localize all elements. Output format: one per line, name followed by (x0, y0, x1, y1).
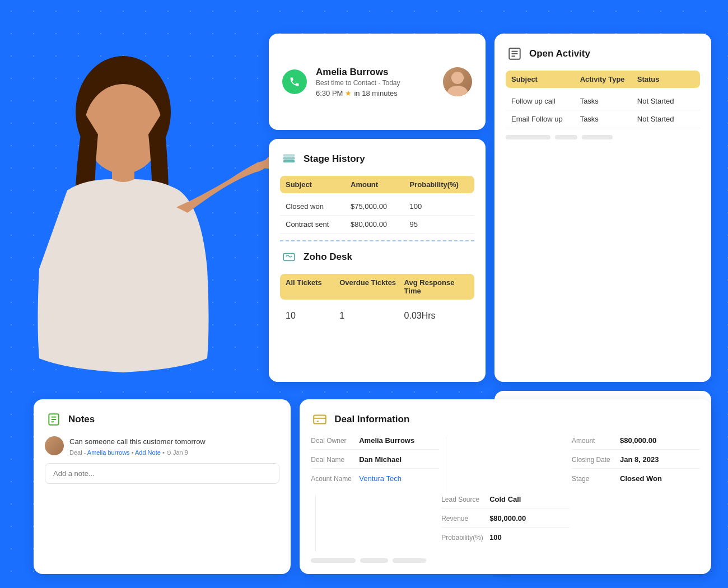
account-name-row: Acount Name Ventura Tech (311, 474, 439, 487)
contact-name: Amelia Burrows (316, 67, 434, 78)
stage-table-header: Subject Amount Probability(%) (280, 176, 474, 193)
stage-value: Closed Won (620, 474, 662, 483)
deal-col-1: Deal Owner Amelia Burrows Deal Name Dan … (311, 436, 439, 493)
contact-info: Amelia Burrows Best time to Contact - To… (316, 67, 434, 97)
account-name-label: Acount Name (311, 475, 356, 483)
comment-text: Can someone call this customer tomorrow (69, 436, 206, 447)
deal-info-title: Deal Information (334, 414, 409, 425)
contact-card: Amelia Burrows Best time to Contact - To… (269, 34, 486, 130)
lead-source-label: Lead Source (441, 496, 486, 503)
deal-divider-2 (315, 495, 316, 552)
amount-value: $80,000.00 (620, 436, 656, 445)
stage-row-2: Contract sent $80,000.00 95 (280, 216, 474, 234)
stage-label: Stage (572, 475, 617, 483)
zoho-desk-title: Zoho Desk (304, 251, 352, 263)
deal-owner-row: Deal Owner Amelia Burrows (311, 436, 439, 450)
svg-rect-9 (283, 157, 295, 160)
stage-row-deal: Stage Closed Won (572, 474, 700, 487)
comment-avatar (45, 436, 64, 455)
notes-header: Notes (45, 410, 279, 428)
deal-col-3: Lead Source Cold Call Revenue $80,000.00… (441, 495, 570, 552)
contact-phone-icon[interactable] (282, 69, 307, 94)
amount-label: Amount (572, 437, 617, 445)
probability-row: Probability(%) 100 (441, 533, 570, 546)
deal-name-value: Dan Michael (359, 455, 402, 464)
notes-title: Notes (68, 414, 95, 425)
deal-divider-1 (446, 436, 446, 493)
person-image-area (0, 45, 280, 437)
bottom-area: Notes Can someone call this customer tom… (34, 399, 711, 574)
deal-placeholder (311, 558, 700, 563)
comment-body: Can someone call this customer tomorrow … (69, 436, 206, 456)
stage-history-icon (280, 150, 298, 168)
svg-rect-10 (283, 154, 295, 156)
list-icon (506, 45, 524, 63)
deal-info-header: Deal Information (311, 410, 700, 428)
person-illustration (11, 45, 269, 437)
activity-row-1: Follow up call Tasks Not Started (506, 92, 700, 110)
comment-meta: Deal - Amelia burrows • Add Note • ⊙ Jan… (69, 449, 206, 456)
contact-subtitle: Best time to Contact - Today (316, 79, 434, 87)
zoho-desk-icon (280, 248, 298, 266)
activity-row-2: Email Follow up Tasks Not Started (506, 110, 700, 128)
contact-avatar (443, 67, 472, 96)
lead-source-row: Lead Source Cold Call (441, 495, 570, 508)
svg-rect-11 (283, 254, 295, 261)
activity-placeholder (506, 135, 700, 139)
closing-date-row: Closing Date Jan 8, 2023 (572, 455, 700, 469)
svg-rect-8 (283, 160, 295, 162)
zoho-desk-header: Zoho Desk (280, 248, 474, 266)
stage-row-1: Closed won $75,000.00 100 (280, 198, 474, 216)
stage-history-title: Stage History (304, 153, 365, 165)
deal-information-card: Deal Information Deal Owner Amelia Burro… (300, 399, 711, 574)
probability-label: Probability(%) (441, 534, 486, 542)
deal-name-row: Deal Name Dan Michael (311, 455, 439, 469)
closing-date-value: Jan 8, 2023 (620, 455, 659, 464)
tickets-data: 10 1 0.03Hrs (280, 304, 474, 325)
stage-history-card: Stage History Subject Amount Probability… (269, 139, 486, 382)
notes-card: Notes Can someone call this customer tom… (34, 399, 291, 574)
deal-info-grid: Deal Owner Amelia Burrows Deal Name Dan … (311, 436, 700, 552)
notes-icon (45, 410, 63, 428)
account-name-value[interactable]: Ventura Tech (359, 474, 402, 483)
activity-table-header: Subject Activity Type Status (506, 71, 700, 88)
contact-time: 6:30 PM ★ in 18 minutes (316, 89, 434, 97)
add-note-input[interactable] (45, 463, 279, 484)
revenue-label: Revenue (441, 515, 486, 522)
stage-history-header: Stage History (280, 150, 474, 168)
star-icon: ★ (345, 89, 352, 97)
deal-owner-value: Amelia Burrows (359, 436, 414, 445)
revenue-value: $80,000.00 (489, 514, 526, 522)
deal-owner-label: Deal Owner (311, 437, 356, 445)
open-activity-header: Open Activity (506, 45, 700, 63)
lead-source-value: Cold Call (489, 495, 521, 503)
notes-comment: Can someone call this customer tomorrow … (45, 436, 279, 456)
closing-date-label: Closing Date (572, 456, 617, 464)
stage-divider (280, 240, 474, 241)
svg-rect-16 (314, 415, 326, 423)
tickets-header: All Tickets Overdue Ticktes Avg Response… (280, 274, 474, 300)
amount-row: Amount $80,000.00 (572, 436, 700, 450)
zoho-desk-section: Zoho Desk All Tickets Overdue Ticktes Av… (280, 248, 474, 325)
open-activity-card: Open Activity Subject Activity Type Stat… (494, 34, 711, 382)
deal-col-2: Amount $80,000.00 Closing Date Jan 8, 20… (572, 436, 700, 493)
deal-name-label: Deal Name (311, 456, 356, 464)
probability-value: 100 (489, 533, 502, 542)
deal-info-icon (311, 410, 329, 428)
open-activity-title: Open Activity (529, 48, 590, 59)
comment-link[interactable]: Amelia burrows (87, 449, 130, 456)
revenue-row: Revenue $80,000.00 (441, 514, 570, 528)
